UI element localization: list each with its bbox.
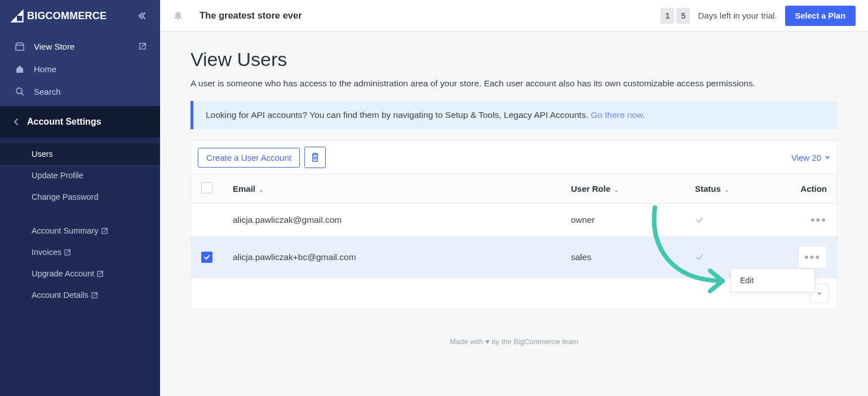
trial-days-counter: 1 5 — [661, 8, 690, 24]
cell-role: sales — [561, 237, 685, 278]
external-link-icon — [96, 270, 104, 278]
sort-icon: ⌄ — [724, 186, 729, 193]
svg-point-7 — [178, 19, 179, 20]
brand-text: BIGCOMMERCE — [27, 10, 107, 22]
column-header-checkbox — [191, 174, 223, 204]
trial-text: Days left in your trial. — [698, 11, 777, 20]
action-edit[interactable]: Edit — [731, 269, 814, 292]
sort-icon: ⌄ — [614, 186, 619, 193]
store-name: The greatest store ever — [200, 10, 302, 21]
column-header-role[interactable]: User Role⌄ — [561, 174, 685, 204]
cell-role: owner — [561, 204, 685, 237]
chevron-down-icon — [816, 290, 823, 297]
sidebar-item-label: Invoices — [32, 248, 61, 257]
sidebar-item-label: Account Summary — [32, 226, 98, 235]
create-user-button[interactable]: Create a User Account — [198, 148, 300, 168]
external-link-icon — [101, 227, 108, 235]
sort-icon: ⌄ — [259, 186, 264, 193]
sidebar: BIGCOMMERCE View Store Home Search Accou… — [0, 0, 160, 396]
sidebar-item-label: View Store — [34, 42, 74, 51]
delete-button[interactable] — [304, 147, 326, 168]
sidebar-item-label: Account Details — [32, 291, 88, 300]
sidebar-section-account-settings[interactable]: Account Settings — [0, 106, 160, 138]
cell-status — [685, 204, 769, 237]
sidebar-item-upgrade-account[interactable]: Upgrade Account — [0, 263, 160, 284]
trial-banner: 1 5 Days left in your trial. Select a Pl… — [661, 6, 856, 26]
external-link-icon — [64, 249, 71, 256]
sidebar-collapse-button[interactable] — [134, 8, 150, 24]
view-count-label: View 20 — [791, 153, 821, 162]
column-header-action: Action — [769, 174, 837, 204]
logo-icon — [9, 8, 25, 24]
sidebar-item-label: Update Profile — [32, 171, 83, 180]
chevron-down-icon — [825, 155, 830, 160]
sidebar-item-view-store[interactable]: View Store — [0, 35, 160, 58]
column-header-status[interactable]: Status⌄ — [685, 174, 769, 204]
page-title: View Users — [191, 49, 838, 71]
sidebar-section-title: Account Settings — [27, 117, 101, 127]
sidebar-item-label: Search — [34, 87, 61, 96]
card-toolbar: Create a User Account View 20 — [191, 141, 837, 174]
row-actions-button[interactable]: ••• — [798, 246, 827, 269]
external-link-icon — [139, 42, 147, 50]
info-text: Looking for API accounts? You can find t… — [206, 110, 591, 120]
trial-digit: 5 — [676, 8, 690, 24]
chevron-double-left-icon — [138, 11, 147, 20]
sidebar-item-account-summary[interactable]: Account Summary — [0, 220, 160, 241]
select-plan-button[interactable]: Select a Plan — [785, 6, 856, 26]
check-icon — [695, 253, 759, 262]
bell-icon — [172, 10, 184, 21]
sidebar-item-change-password[interactable]: Change Password — [0, 186, 160, 208]
sidebar-item-label: Upgrade Account — [32, 269, 94, 278]
store-icon — [14, 41, 26, 51]
cell-action: ••• — [769, 204, 837, 237]
brand-logo[interactable]: BIGCOMMERCE — [9, 8, 107, 24]
info-link[interactable]: Go there now. — [591, 110, 645, 120]
main-content: View Users A user is someone who has acc… — [160, 32, 868, 396]
cell-email[interactable]: alicja.pawliczak@gmail.com — [223, 204, 561, 237]
heart-icon: ♥ — [485, 337, 490, 346]
sidebar-header: BIGCOMMERCE — [0, 0, 160, 32]
sidebar-item-invoices[interactable]: Invoices — [0, 241, 160, 263]
svg-rect-0 — [16, 45, 24, 50]
sidebar-item-search[interactable]: Search — [0, 80, 160, 103]
topbar: The greatest store ever 1 5 Days left in… — [160, 0, 868, 32]
cell-email[interactable]: alicja.pawliczak+bc@gmail.com — [223, 237, 561, 278]
sidebar-item-home[interactable]: Home — [0, 58, 160, 80]
users-table: Email⌄ User Role⌄ Status⌄ Action alicja.… — [191, 174, 837, 278]
sidebar-subnav: Users Update Profile Change Password Acc… — [0, 138, 160, 396]
search-icon — [14, 86, 26, 96]
sidebar-item-update-profile[interactable]: Update Profile — [0, 165, 160, 186]
info-banner: Looking for API accounts? You can find t… — [191, 101, 838, 129]
page-subtitle: A user is someone who has access to the … — [191, 78, 838, 89]
notifications-button[interactable] — [172, 10, 184, 21]
check-icon — [695, 215, 759, 225]
svg-point-2 — [16, 88, 22, 94]
row-actions-menu: Edit — [730, 269, 815, 292]
sidebar-item-label: Users — [32, 149, 53, 159]
trial-digit: 1 — [661, 8, 674, 24]
sidebar-item-account-details[interactable]: Account Details — [0, 284, 160, 306]
row-checkbox[interactable] — [201, 252, 212, 263]
select-all-checkbox[interactable] — [201, 182, 212, 193]
view-count-selector[interactable]: View 20 — [791, 153, 830, 162]
sidebar-item-label: Home — [34, 64, 56, 74]
trash-icon — [311, 152, 320, 162]
column-header-email[interactable]: Email⌄ — [223, 174, 561, 204]
external-link-icon — [91, 292, 98, 299]
sidebar-primary-nav: View Store Home Search — [0, 32, 160, 106]
table-row: alicja.pawliczak@gmail.com owner ••• — [191, 204, 837, 237]
sidebar-item-users[interactable]: Users — [0, 143, 160, 165]
home-icon — [14, 64, 26, 74]
check-icon — [203, 254, 210, 261]
footer-credit: Made with ♥ by the BigCommerce team — [191, 337, 838, 346]
row-actions-button[interactable]: ••• — [811, 213, 827, 227]
chevron-left-icon — [14, 118, 19, 126]
sidebar-item-label: Change Password — [32, 192, 99, 201]
